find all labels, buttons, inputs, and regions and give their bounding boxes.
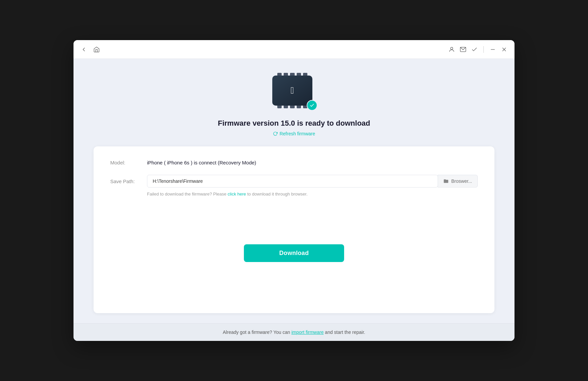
- main-window:  Firmware version 15.0 is ready to down…: [74, 40, 514, 341]
- chip-pins-bottom: [277, 106, 307, 108]
- hint-pre: Failed to download the fiirmware? Please: [147, 192, 228, 197]
- import-firmware-link[interactable]: import firmware: [291, 330, 323, 335]
- path-input-text: H:\Tenorshare\Firmware: [153, 178, 432, 184]
- content-area:  Firmware version 15.0 is ready to down…: [74, 59, 514, 323]
- footer-text-pre: Already got a firmware? You can: [223, 330, 291, 335]
- spacer: [110, 207, 478, 244]
- titlebar-left: [80, 46, 100, 53]
- chip-pin: [303, 73, 307, 76]
- close-button[interactable]: [500, 46, 508, 53]
- model-row: Model: iPhone ( iPhone 6s ) is connect (…: [110, 160, 478, 165]
- main-card: Model: iPhone ( iPhone 6s ) is connect (…: [94, 146, 494, 313]
- chip-pin-bottom: [290, 106, 294, 108]
- home-button[interactable]: [93, 46, 100, 53]
- check-icon[interactable]: [471, 46, 478, 53]
- firmware-headline: Firmware version 15.0 is ready to downlo…: [218, 119, 370, 128]
- browse-button[interactable]: Broswer...: [438, 175, 478, 187]
- apple-logo: : [291, 86, 294, 95]
- chip-body: : [272, 76, 312, 106]
- path-wrapper: H:\Tenorshare\Firmware Broswer...: [147, 175, 478, 187]
- chip-pin-bottom: [277, 106, 282, 108]
- device-icon: : [272, 76, 316, 112]
- chip-pin: [297, 73, 301, 76]
- chip-pin-bottom: [297, 106, 301, 108]
- account-icon[interactable]: [448, 46, 455, 53]
- chip-pin: [290, 73, 294, 76]
- model-label: Model:: [110, 160, 147, 165]
- hero-section:  Firmware version 15.0 is ready to down…: [218, 76, 370, 136]
- path-input-container[interactable]: H:\Tenorshare\Firmware: [147, 175, 438, 187]
- mail-icon[interactable]: [459, 46, 467, 53]
- titlebar-divider: [483, 46, 484, 53]
- save-path-row: Save Path: H:\Tenorshare\Firmware Broswe…: [110, 175, 478, 187]
- titlebar: [74, 40, 514, 59]
- titlebar-right: [448, 46, 508, 53]
- chip-pin: [284, 73, 288, 76]
- refresh-firmware-link[interactable]: Refresh firmware: [273, 131, 315, 136]
- browse-label: Broswer...: [451, 178, 472, 184]
- svg-point-0: [451, 47, 453, 49]
- hint-post: to download it through browser.: [246, 192, 307, 197]
- click-here-link[interactable]: click here: [228, 192, 246, 197]
- back-button[interactable]: [80, 46, 88, 53]
- check-badge: [307, 100, 317, 111]
- footer-bar: Already got a firmware? You can import f…: [74, 323, 514, 341]
- footer-text-post: and start the repair.: [324, 330, 365, 335]
- hint-text: Failed to download the fiirmware? Please…: [147, 192, 478, 197]
- chip-pin-bottom: [284, 106, 288, 108]
- chip-pins-top: [277, 73, 307, 76]
- download-button[interactable]: Download: [244, 244, 344, 262]
- minimize-button[interactable]: [489, 46, 496, 53]
- model-value: iPhone ( iPhone 6s ) is connect (Recover…: [147, 160, 256, 165]
- refresh-label: Refresh firmware: [280, 131, 315, 136]
- path-label: Save Path:: [110, 178, 147, 184]
- spacer-bottom: [110, 262, 478, 300]
- chip-pin: [277, 73, 282, 76]
